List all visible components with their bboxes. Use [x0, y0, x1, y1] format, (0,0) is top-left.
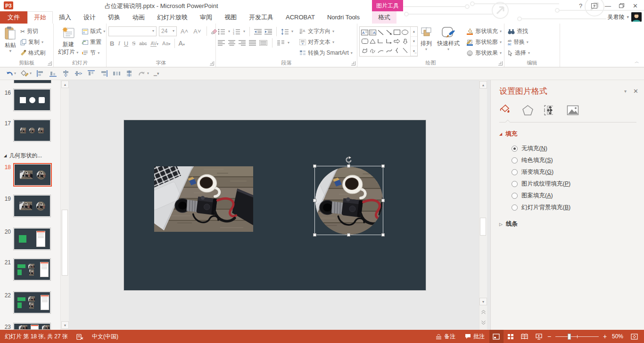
- scroll-up-icon[interactable]: ▲: [479, 81, 487, 89]
- arrange-button[interactable]: 排列 ▾: [418, 25, 435, 51]
- tab-acrobat[interactable]: ACROBAT: [280, 11, 321, 24]
- tab-picture-format[interactable]: 格式: [372, 11, 396, 24]
- scroll-down-icon[interactable]: ▼: [61, 321, 69, 329]
- layout-button[interactable]: 版式 ▾: [81, 26, 107, 36]
- fit-to-window-icon[interactable]: [627, 330, 641, 343]
- thumbnail-scrollbar-thumb[interactable]: [62, 210, 68, 276]
- undo-button[interactable]: ▾: [4, 69, 17, 78]
- zoom-slider-handle[interactable]: [568, 334, 571, 340]
- picture-rectangle[interactable]: [154, 166, 253, 232]
- arc-shape-icon[interactable]: [377, 46, 385, 55]
- radio-gradient-fill[interactable]: 渐变填充(G): [512, 166, 636, 178]
- right-arrow-shape-icon[interactable]: [393, 37, 401, 46]
- paste-button[interactable]: 粘贴 ▼: [2, 25, 19, 53]
- language-indicator[interactable]: 中文(中国): [92, 333, 118, 341]
- reading-view-button[interactable]: [518, 330, 532, 343]
- tab-file[interactable]: 文件: [0, 11, 27, 24]
- align-text-button[interactable]: 对齐文本 ▾: [298, 37, 354, 47]
- thumb-23[interactable]: 23: [1, 323, 51, 330]
- section-header[interactable]: ◢ 几何形状的...: [4, 152, 42, 160]
- shape-gallery-down-icon[interactable]: ▼: [411, 37, 417, 47]
- change-case-button[interactable]: Aa▾: [161, 41, 172, 46]
- convert-smartart-button[interactable]: 转换为 SmartArt ▾: [298, 48, 354, 58]
- line-section-header[interactable]: ▷ 线条: [499, 220, 636, 228]
- text-direction-button[interactable]: A 文字方向 ▾: [298, 26, 354, 36]
- textbox-shape-icon[interactable]: A: [361, 28, 369, 37]
- qat-customize-icon[interactable]: ▁▾: [152, 70, 160, 77]
- thumb-18-selected[interactable]: 18: [1, 163, 52, 187]
- find-button[interactable]: 查找: [506, 26, 531, 36]
- section-expand-icon[interactable]: ◢: [4, 154, 7, 158]
- resize-handle-ne[interactable]: [381, 164, 385, 168]
- edit-shape-button[interactable]: ▾: [19, 69, 33, 78]
- font-size-combo[interactable]: 24▾: [159, 26, 177, 36]
- increase-indent-button[interactable]: [264, 29, 272, 35]
- tab-developer[interactable]: 开发工具: [243, 11, 280, 24]
- new-slide-button[interactable]: 新建幻灯片 ▾: [56, 25, 81, 56]
- text-shadow-button[interactable]: abc: [138, 41, 148, 46]
- tab-slideshow[interactable]: 幻灯片放映: [151, 11, 194, 24]
- help-icon[interactable]: ?: [574, 0, 587, 11]
- slide-sorter-view-button[interactable]: [504, 330, 518, 343]
- align-bottom-objects-button[interactable]: [48, 69, 58, 78]
- italic-button[interactable]: I: [116, 40, 121, 47]
- reset-button[interactable]: 重置: [81, 37, 107, 47]
- fill-line-tab-icon[interactable]: [499, 105, 512, 116]
- shape-fill-button[interactable]: 形状填充 ▾: [465, 26, 503, 36]
- radio-solid-fill[interactable]: 纯色填充(S): [512, 155, 636, 166]
- notes-button[interactable]: 备注: [431, 330, 460, 343]
- resize-handle-nw[interactable]: [313, 164, 316, 168]
- resize-handle-sw[interactable]: [313, 233, 316, 237]
- shrink-font-button[interactable]: A˅: [192, 28, 202, 35]
- format-painter-button[interactable]: 格式刷: [19, 48, 47, 58]
- radio-picture-texture-fill[interactable]: 图片或纹理填充(P): [512, 178, 636, 190]
- editor-scrollbar[interactable]: ▲ ▼: [479, 80, 487, 330]
- thumb-21[interactable]: 21: [1, 258, 51, 281]
- normal-view-button[interactable]: [489, 330, 504, 343]
- align-center-vertical-button[interactable]: [124, 69, 135, 78]
- picture-tab-icon[interactable]: [567, 105, 579, 116]
- resize-handle-n[interactable]: [347, 164, 350, 168]
- curve-shape-icon[interactable]: [385, 46, 393, 55]
- align-right-button[interactable]: [239, 40, 246, 46]
- oval-shape-icon[interactable]: [401, 28, 409, 37]
- tab-nordri-tools[interactable]: Nordri Tools: [321, 11, 366, 24]
- picture-selection-box[interactable]: [314, 166, 383, 235]
- quick-styles-button[interactable]: 快速样式 ▾: [435, 25, 462, 51]
- collapse-section-icon[interactable]: ◢: [499, 132, 502, 136]
- radio-no-fill[interactable]: 无填充(N): [512, 143, 636, 155]
- select-button[interactable]: 选择 ▾: [506, 48, 531, 58]
- tab-transitions[interactable]: 切换: [102, 11, 126, 24]
- scroll-down-icon[interactable]: ▼: [479, 298, 487, 305]
- line-shape-icon[interactable]: [377, 28, 385, 37]
- pane-options-icon[interactable]: ▾: [624, 89, 627, 94]
- zoom-out-icon[interactable]: −: [546, 333, 553, 340]
- scroll-up-icon[interactable]: ▲: [61, 81, 69, 88]
- thumb-17[interactable]: 17: [1, 119, 51, 142]
- align-right-objects-button[interactable]: [99, 69, 109, 78]
- effects-tab-icon[interactable]: [522, 105, 534, 116]
- tab-insert[interactable]: 插入: [53, 11, 77, 24]
- redo-button[interactable]: ▾: [137, 69, 150, 78]
- distribute-text-button[interactable]: [259, 40, 267, 46]
- tab-animations[interactable]: 动画: [126, 11, 151, 24]
- thumb-15-partial[interactable]: [14, 80, 51, 83]
- bold-button[interactable]: B: [108, 40, 116, 47]
- radio-pattern-fill[interactable]: 图案填充(A): [512, 190, 636, 202]
- vertical-textbox-shape-icon[interactable]: A: [369, 28, 377, 37]
- tab-design[interactable]: 设计: [77, 11, 102, 24]
- collapse-ribbon-icon[interactable]: ︿: [635, 58, 639, 65]
- paragraph-dialog-launcher-icon[interactable]: [351, 61, 355, 65]
- comments-button[interactable]: 批注: [460, 330, 489, 343]
- bullets-button[interactable]: [218, 29, 225, 35]
- down-arrow-shape-icon[interactable]: [401, 37, 409, 46]
- replace-button[interactable]: ab ac 替换 ▾: [506, 37, 531, 47]
- picture-circle-cropped[interactable]: [315, 167, 383, 235]
- resize-handle-w[interactable]: [313, 199, 316, 202]
- shape-effects-button[interactable]: 形状效果 ▾: [465, 48, 503, 58]
- tab-home[interactable]: 开始: [27, 11, 53, 24]
- align-left-button[interactable]: [218, 40, 225, 46]
- section-button[interactable]: 节 ▾: [81, 48, 107, 58]
- brace-shape-icon[interactable]: [393, 46, 401, 55]
- slideshow-view-button[interactable]: [532, 330, 546, 343]
